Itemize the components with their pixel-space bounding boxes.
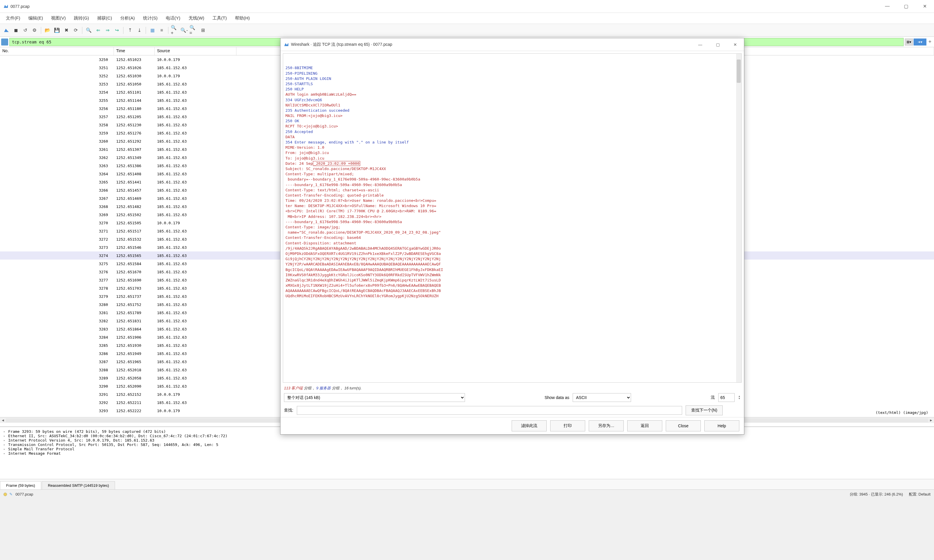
main-titlebar: 0077.pcap — ▢ ✕ <box>0 0 934 13</box>
detail-line[interactable]: ▸Simple Mail Transfer Protocol <box>3 447 931 451</box>
filter-clear-button[interactable]: ⊠▾ <box>905 38 913 46</box>
capture-file-comment-icon[interactable]: ✎ <box>9 492 12 497</box>
stream-line: Gi9jQjhCY2NjY2NjY2NjY2NjY2NjY2NjY2NjY2Nj… <box>285 256 739 262</box>
go-back-icon[interactable]: ⇐ <box>94 26 102 34</box>
menu-item-10[interactable]: 帮助(H) <box>231 14 253 22</box>
options-icon[interactable]: ⚙ <box>30 26 39 34</box>
open-file-icon[interactable]: 📂 <box>43 26 52 34</box>
zoom-in-icon[interactable]: 🔍+ <box>171 26 179 34</box>
stream-line: Content-Transfer-Encoding: base64 <box>285 235 739 240</box>
detail-line[interactable]: ▸Internet Protocol Version 4, Src: 10.0.… <box>3 438 931 443</box>
minimize-button[interactable]: — <box>882 3 893 9</box>
reload-icon[interactable]: ⟳ <box>71 26 80 34</box>
back-button[interactable]: 返回 <box>627 420 662 431</box>
stream-line: 334 UGFzc3dvcmQ6 <box>285 97 739 103</box>
summary-sep1: 分组， <box>304 386 315 390</box>
goto-first-icon[interactable]: ⤒ <box>126 26 134 34</box>
stream-line: NXlIUCtSMDcxXCl7IORwOUl1 <box>285 103 739 108</box>
status-file-label: 0077.pcap <box>15 492 850 497</box>
follow-tcp-stream-dialog: Wireshark · 追踪 TCP 流 (tcp.stream eq 65) … <box>280 38 744 435</box>
menu-item-2[interactable]: 视图(V) <box>48 14 69 22</box>
resize-columns-icon[interactable]: ⊞ <box>199 26 207 34</box>
colorize-icon[interactable]: ≡ <box>157 26 166 34</box>
tab-reassembled-smtp[interactable]: Reassembled SMTP (144519 bytes) <box>42 481 115 489</box>
menu-item-5[interactable]: 分析(A) <box>117 14 138 22</box>
stop-capture-icon[interactable]: ◼ <box>12 26 20 34</box>
scroll-thumb[interactable] <box>737 60 741 83</box>
menubar: 文件(F)编辑(E)视图(V)跳转(G)捕获(C)分析(A)统计(S)电话(Y)… <box>0 13 934 24</box>
dialog-minimize-button[interactable]: — <box>695 42 706 47</box>
menu-item-8[interactable]: 无线(W) <box>185 14 208 22</box>
dialog-close-button[interactable]: ✕ <box>730 42 740 47</box>
dialog-titlebar: Wireshark · 追踪 TCP 流 (tcp.stream eq 65) … <box>281 38 744 51</box>
stream-summary: 113 客户端 分组， 9 服务器 分组， 16 turn(s). <box>281 385 744 391</box>
stream-line: Time: 09/24/2020 23:02:07<br>User Name: … <box>285 198 739 203</box>
detail-line[interactable]: ▸Internet Message Format <box>3 451 931 455</box>
stream-line: Y2NjY2P/wAARCADEBaADASIAAhEBAxEB/8QAHwAA… <box>285 262 739 267</box>
tab-frame[interactable]: Frame (59 bytes) <box>0 481 41 489</box>
find-label: 查找: <box>284 408 293 413</box>
stream-line: AUTH login am9qb0BiaWczLmljdQ== <box>285 92 739 97</box>
stream-line: MAIL FROM:<jojo@big3.icu> <box>285 113 739 118</box>
header-no[interactable]: No. <box>0 47 114 55</box>
filter-apply-button[interactable]: ➜▾ <box>914 38 926 46</box>
menu-item-0[interactable]: 文件(F) <box>2 14 24 22</box>
menu-item-1[interactable]: 编辑(E) <box>25 14 46 22</box>
go-to-icon[interactable]: ↪ <box>113 26 121 34</box>
stream-spinner-arrows[interactable]: ▲▼ <box>738 395 740 400</box>
save-as-button[interactable]: 另存为… <box>589 420 624 431</box>
expert-info-led-icon[interactable] <box>3 492 7 496</box>
restart-capture-icon[interactable]: ↺ <box>21 26 29 34</box>
stream-line: MB<br>IP Address: 107.182.238.224<br><hr… <box>285 214 739 219</box>
print-button[interactable]: 打印 <box>550 420 585 431</box>
menu-item-7[interactable]: 电话(Y) <box>162 14 184 22</box>
stream-line: UQdhcRMiMoEIFEKRobHBCSMzUvAVYnLRChYkNOEl… <box>285 294 739 298</box>
summary-turns: 16 turn(s). <box>344 386 362 390</box>
stream-line: ----boundary_1_6176e998-509a-4960-99ec-8… <box>285 219 739 225</box>
stream-number-label: 流 <box>711 395 715 400</box>
scroll-right-icon[interactable]: ► <box>928 418 934 422</box>
stream-line: RCPT TO:<jojo@big3.icu> <box>285 124 739 129</box>
status-profile[interactable]: 配置: Default <box>909 492 931 497</box>
stream-line: To: jojo@big3.icu <box>285 156 739 161</box>
shark-fin-icon[interactable] <box>2 26 11 34</box>
stream-line: /9j/4AAQSk2JRgABAQEAYABgAAD/2wBDABALDA4M… <box>285 246 739 251</box>
menu-item-9[interactable]: 工具(T) <box>209 14 230 22</box>
close-button[interactable]: ✕ <box>919 3 931 9</box>
go-forward-icon[interactable]: ⇒ <box>103 26 111 34</box>
stream-line: 250-AUTH PLAIN LOGIN <box>285 76 739 82</box>
close-file-icon[interactable]: ✖ <box>62 26 70 34</box>
header-source[interactable]: Source <box>155 47 236 55</box>
conversation-selector[interactable]: 整个对话 (145 kB) <box>284 393 465 402</box>
maximize-button[interactable]: ▢ <box>900 3 912 9</box>
stream-scrollbar[interactable] <box>736 54 741 382</box>
status-packets: 分组: 3945 · 已显示: 246 (6.2%) <box>850 492 903 497</box>
find-icon[interactable]: 🔍 <box>85 26 93 34</box>
summary-server-label: 服务器 <box>319 386 331 390</box>
filter-out-button[interactable]: 滤掉此流 <box>512 420 547 431</box>
stream-line: Content-Disposition: attachment <box>285 241 739 246</box>
find-next-button[interactable]: 查找下一个(N) <box>686 405 723 415</box>
menu-item-4[interactable]: 捕获(C) <box>94 14 116 22</box>
stream-number-input[interactable] <box>718 393 735 402</box>
detail-line[interactable]: ▸Transmission Control Protocol, Src Port… <box>3 443 931 447</box>
stream-line: Content-Type: text/html; charset=us-asci… <box>285 188 739 193</box>
filter-add-button[interactable]: + <box>927 39 933 45</box>
zoom-out-icon[interactable]: 🔍- <box>180 26 188 34</box>
menu-item-6[interactable]: 统计(S) <box>140 14 161 22</box>
stream-content-view[interactable]: 250-8BITMIME250-PIPELINING250-AUTH PLAIN… <box>283 53 742 383</box>
menu-item-3[interactable]: 跳转(G) <box>70 14 92 22</box>
find-input[interactable] <box>297 406 682 415</box>
header-time[interactable]: Time <box>114 47 155 55</box>
auto-scroll-icon[interactable]: ▦ <box>148 26 156 34</box>
zoom-reset-icon[interactable]: 🔍= <box>190 26 197 34</box>
save-file-icon[interactable]: 💾 <box>53 26 61 34</box>
close-dialog-button[interactable]: Close <box>666 420 701 431</box>
filter-bookmark-icon[interactable] <box>1 38 8 46</box>
help-button[interactable]: Help <box>704 420 739 431</box>
goto-last-icon[interactable]: ⤓ <box>135 26 143 34</box>
scroll-left-icon[interactable]: ◄ <box>0 418 6 422</box>
stream-line: ZWZnaGlqc3R1dnd4eXqDhIWGh4iJipKTlJWWl5iZ… <box>285 278 739 283</box>
show-as-selector[interactable]: ASCII <box>573 393 631 402</box>
dialog-maximize-button[interactable]: ▢ <box>712 42 723 47</box>
